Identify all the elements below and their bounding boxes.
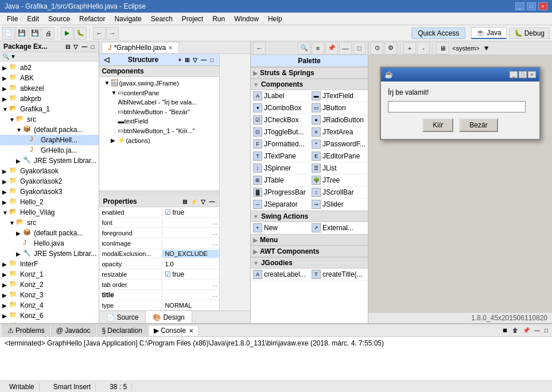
palette-item-jtogglebutton[interactable]: ⊡ JToggleBut... <box>251 126 309 138</box>
prop-row-title[interactable]: title … <box>99 290 219 300</box>
tree-item-hv-default[interactable]: ▶ 📦 (default packa... <box>0 228 99 238</box>
preview-btn2[interactable]: ⚙ <box>384 42 397 55</box>
prop-row-resizable[interactable]: resizable ☑ true <box>99 269 219 280</box>
prop-more-title[interactable]: … <box>210 292 219 298</box>
structure-scrollbar-h[interactable] <box>99 191 219 196</box>
palette-section-struts[interactable]: ▶ Struts & Springs <box>251 67 368 79</box>
palette-item-jspinner[interactable]: ↕ JSpinner <box>251 162 309 174</box>
swing-kiir-button[interactable]: Kiír <box>422 118 453 132</box>
palette-menu-btn[interactable]: ≡ <box>312 42 324 55</box>
palette-item-jseparator[interactable]: ─ JSeparator <box>251 199 309 211</box>
prop-row-foreground[interactable]: foreground … <box>99 228 219 238</box>
add-component-icon[interactable]: + <box>177 56 182 64</box>
palette-item-jbutton[interactable]: ▭ JButton <box>309 102 368 114</box>
swing-maximize-btn[interactable]: □ <box>519 71 527 78</box>
palette-maximize-btn[interactable]: □ <box>353 42 366 55</box>
comp-item-actions[interactable]: ▶ ⚡ (actions) <box>99 135 219 145</box>
menu-navigate[interactable]: Navigate <box>110 14 146 24</box>
palette-section-jgoodies[interactable]: ▼ JGoodies <box>251 257 368 269</box>
tree-item-konz3[interactable]: ▶ 📁 Konz_3 <box>0 290 99 300</box>
menu-project[interactable]: Project <box>177 14 208 24</box>
run-button[interactable]: ▶ <box>61 27 73 40</box>
tree-item-konz6[interactable]: ▶ 📁 Konz_6 <box>0 311 99 321</box>
new-button[interactable]: 📄 <box>2 27 15 40</box>
console-clear-icon[interactable]: 🗑 <box>511 327 520 334</box>
palette-search-btn[interactable]: 🔍 <box>298 42 310 55</box>
tree-item-hv-src[interactable]: ▼ 📂 src <box>0 218 99 228</box>
maximize-button[interactable]: □ <box>527 2 536 10</box>
menu-search[interactable]: Search <box>146 14 177 24</box>
tree-item-default-pkg[interactable]: ▼ 📦 (default packa... <box>0 125 99 135</box>
palette-item-jeditorpane[interactable]: E JEditorPane <box>309 150 368 162</box>
debug-perspective-button[interactable]: 🐛 Debug <box>509 28 550 39</box>
props-icon2[interactable]: ⚡ <box>189 198 199 205</box>
console-pin-icon[interactable]: 📌 <box>521 327 531 334</box>
editor-tab-graphhello[interactable]: J *GraphHello.java ✕ <box>102 42 179 53</box>
preview-zoom-in[interactable]: + <box>403 42 416 55</box>
palette-section-components[interactable]: ▼ Components <box>251 79 368 90</box>
swing-close-btn[interactable]: × <box>528 71 536 78</box>
palette-item-jtextpane[interactable]: T JTextPane <box>251 150 309 162</box>
bottom-tab-problems[interactable]: ⚠ Problems <box>2 325 50 336</box>
palette-item-createtitle[interactable]: T createTitle(... <box>309 269 368 281</box>
minimize-structure-icon[interactable]: — <box>200 56 208 64</box>
menu-file[interactable]: File <box>2 14 22 24</box>
back-button[interactable]: ← <box>93 27 106 40</box>
close-button[interactable]: × <box>538 2 547 10</box>
menu-window[interactable]: Window <box>230 14 263 24</box>
swing-bezar-button[interactable]: Bezár <box>459 118 497 132</box>
comp-item-label[interactable]: A lblNewLabel - "Írj be vala... <box>99 98 219 107</box>
minimize-icon[interactable]: — <box>80 43 88 51</box>
props-icon1[interactable]: ⊞ <box>181 198 188 205</box>
prop-row-font[interactable]: font … <box>99 218 219 228</box>
palette-item-jcombobox[interactable]: ▾ JComboBox <box>251 102 309 114</box>
quick-access-button[interactable]: Quick Access <box>411 28 465 39</box>
forward-button[interactable]: → <box>106 27 119 40</box>
comp-item-textfield[interactable]: ▬ textField <box>99 117 219 126</box>
palette-item-jradiobutton[interactable]: ● JRadioButton <box>309 114 368 126</box>
palette-item-jcheckbox[interactable]: ☑ JCheckBox <box>251 114 309 126</box>
comp-item-contentpane[interactable]: ▼ ▭ contentPane <box>99 88 219 98</box>
prop-row-iconimage[interactable]: iconImage … <box>99 238 219 249</box>
palette-item-jscrollbar[interactable]: ↕ JScrollBar <box>309 187 368 199</box>
palette-item-jslider[interactable]: ⊸ JSlider <box>309 199 368 211</box>
tree-item-gyakorlasok2[interactable]: ▶ 📁 Gyakorlások2 <box>0 176 99 187</box>
print-button[interactable]: 🖨 <box>42 27 55 40</box>
tree-item-grhello[interactable]: J GrHello.ja... <box>0 145 99 156</box>
preview-system-btn[interactable]: 🖥 <box>436 42 449 55</box>
prop-more-taborder[interactable]: … <box>210 281 219 288</box>
palette-item-jlist[interactable]: ☰ JList <box>309 162 368 174</box>
tree-item-interf[interactable]: ▶ 📁 InterF <box>0 259 99 269</box>
console-terminate-icon[interactable]: ⏹ <box>500 327 510 334</box>
swing-textfield[interactable] <box>388 101 526 112</box>
palette-item-jtextarea[interactable]: ≡ JTextArea <box>309 126 368 138</box>
palette-item-jformatted[interactable]: F JFormatted... <box>251 138 309 150</box>
preview-dropdown-icon[interactable]: ▼ <box>483 44 490 52</box>
design-tab[interactable]: 🎨 Design <box>146 311 192 323</box>
palette-item-createlabel[interactable]: A createLabel... <box>251 269 309 281</box>
tree-item-graphhello[interactable]: J GraphHell... <box>0 135 99 145</box>
tree-item-abkezel[interactable]: ▶ 📁 abkezel <box>0 83 99 94</box>
prop-more-iconimage[interactable]: … <box>210 240 219 246</box>
tab-close-icon[interactable]: ✕ <box>168 45 173 51</box>
comp-item-btnbezar[interactable]: ▭ btnNewButton - "Bezár" <box>99 107 219 117</box>
tree-item-gyakorlasok[interactable]: ▶ 📁 Gyakorlások <box>0 166 99 176</box>
prop-row-opacity[interactable]: opacity 1.0 <box>99 259 219 269</box>
palette-minimize-btn[interactable]: — <box>339 42 352 55</box>
prop-row-modal[interactable]: modalExclusion... NO_EXCLUDE <box>99 249 219 259</box>
menu-edit[interactable]: Edit <box>22 14 44 24</box>
bottom-tab-declaration[interactable]: § Declaration <box>97 325 147 336</box>
console-close-icon[interactable]: ✕ <box>189 328 193 334</box>
debug-run-button[interactable]: 🐛 <box>74 27 87 40</box>
bottom-tab-javadoc[interactable]: @ Javadoc <box>51 325 96 336</box>
view-menu-icon[interactable]: ▽ <box>72 43 79 51</box>
console-maximize-icon[interactable]: □ <box>543 327 550 334</box>
props-minimize-icon[interactable]: — <box>208 198 216 205</box>
prop-row-taborder[interactable]: tab order … <box>99 280 219 290</box>
palette-section-swing-actions[interactable]: ▼ Swing Actions <box>251 211 368 222</box>
tree-item-hellojava[interactable]: J Hello.java <box>0 238 99 249</box>
java-perspective-button[interactable]: ☕ Java <box>471 27 506 39</box>
palette-item-new-action[interactable]: + New <box>251 222 309 234</box>
menu-refactor[interactable]: Refactor <box>75 14 110 24</box>
prop-row-enabled[interactable]: enabled ☑ true <box>99 207 219 218</box>
